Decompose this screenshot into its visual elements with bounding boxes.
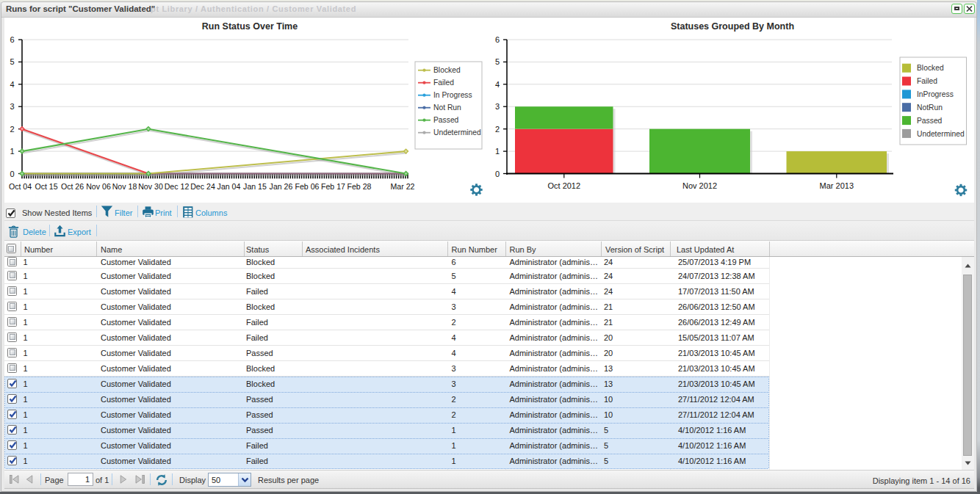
svg-text:4: 4 [10, 80, 14, 89]
svg-text:Nov 06: Nov 06 [86, 182, 111, 191]
svg-text:6: 6 [10, 35, 14, 44]
svg-text:Passed: Passed [433, 116, 459, 124]
svg-text:3: 3 [10, 102, 14, 111]
svg-text:Undetermined: Undetermined [433, 128, 481, 137]
svg-text:Passed: Passed [917, 117, 943, 125]
svg-text:Dec 24: Dec 24 [190, 182, 215, 191]
svg-text:0: 0 [495, 170, 500, 178]
svg-text:1: 1 [495, 147, 500, 156]
svg-text:1: 1 [10, 147, 14, 156]
svg-text:Feb 28: Feb 28 [347, 182, 372, 191]
svg-text:Mar 22: Mar 22 [391, 182, 415, 191]
svg-text:Dec 12: Dec 12 [165, 182, 190, 191]
svg-text:In Progress: In Progress [433, 91, 472, 99]
svg-text:Nov 2012: Nov 2012 [682, 181, 717, 190]
svg-text:Oct 15: Oct 15 [35, 182, 57, 191]
svg-text:0: 0 [10, 170, 14, 178]
svg-text:Run Status Over Time: Run Status Over Time [202, 21, 298, 32]
svg-text:Nov 18: Nov 18 [112, 182, 137, 191]
svg-text:2: 2 [495, 125, 500, 134]
svg-text:Not Run: Not Run [433, 103, 461, 112]
svg-text:Jan 26: Jan 26 [270, 182, 293, 191]
svg-text:Undetermined: Undetermined [917, 130, 965, 138]
svg-text:Feb 17: Feb 17 [321, 182, 345, 191]
svg-text:5: 5 [10, 57, 14, 66]
svg-text:Blocked: Blocked [917, 64, 944, 72]
svg-text:Failed: Failed [433, 79, 454, 87]
svg-text:NotRun: NotRun [917, 103, 943, 112]
svg-text:Jan 04: Jan 04 [217, 182, 241, 191]
svg-text:Statuses Grouped By Month: Statuses Grouped By Month [671, 21, 794, 32]
svg-text:InProgress: InProgress [917, 90, 954, 98]
svg-text:6: 6 [495, 35, 500, 44]
svg-text:Feb 06: Feb 06 [295, 182, 320, 191]
svg-text:Mar 2013: Mar 2013 [820, 181, 854, 190]
svg-text:Blocked: Blocked [433, 66, 461, 74]
svg-text:Oct 04: Oct 04 [9, 182, 32, 191]
svg-text:Jan 15: Jan 15 [243, 182, 267, 191]
svg-text:Nov 30: Nov 30 [138, 182, 163, 191]
svg-text:3: 3 [495, 102, 500, 111]
svg-text:5: 5 [495, 57, 500, 66]
svg-text:4: 4 [495, 80, 500, 89]
svg-text:2: 2 [10, 125, 14, 134]
svg-text:Oct 2012: Oct 2012 [547, 181, 580, 190]
svg-text:Oct 26: Oct 26 [61, 182, 84, 191]
svg-text:Failed: Failed [917, 77, 937, 85]
